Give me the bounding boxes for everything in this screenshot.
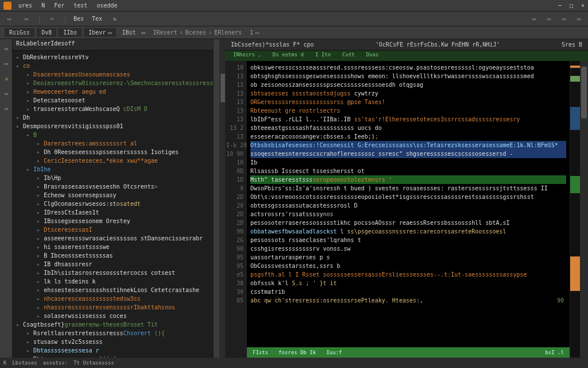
code-line[interactable]: csstmatrib — [250, 288, 566, 296]
code-line[interactable]: ORGeresssssresssssssssssrss @pse Tases! — [250, 98, 566, 106]
tree-row[interactable]: ▸ stusasw stv2c5ssesss — [16, 338, 210, 346]
etab-5[interactable]: Dvas — [366, 52, 379, 60]
editor[interactable]: 1013131313131313 213I-b 2010 90100D 1D92… — [225, 61, 588, 358]
code-line[interactable]: DwsoPbirs'ss:Is'a'snsressh t bued ) sves… — [250, 184, 566, 193]
tree-row[interactable]: ▸ Dbtasssssesessesa r — [16, 346, 210, 355]
code-line[interactable]: psgsfth.al l I Rsset sosssssessersasssEr… — [250, 270, 566, 279]
code-line[interactable]: pessosoterraseressossssstikhc pocssoAOss… — [250, 218, 566, 227]
tree-row[interactable]: ▸ IBsssegsessesonem Orestey — [16, 217, 210, 225]
code-line[interactable]: Otbsbsbisafesesess:!Cessnessit G:Erecsei… — [250, 141, 566, 150]
code-line[interactable]: ob zessonosszansessssspssecssssssesssoes… — [250, 80, 566, 89]
code-line[interactable]: sbteeeastgssssashfasssssssssss uocs do — [250, 124, 566, 132]
code-line[interactable]: ObCosssvesstarsstes,ssrs b — [250, 262, 566, 270]
toolbar-btn-1[interactable]: ▭ — [5, 14, 14, 24]
code-line[interactable]: Obt\s:vssreoosscotssssressssssseoposiole… — [250, 193, 566, 201]
code-line[interactable]: obtessgssssassutacastesssrosl D — [250, 201, 566, 210]
etab-2[interactable]: Ds eetms d — [273, 52, 304, 60]
menu-edit[interactable]: Fer — [54, 2, 64, 9]
tree-row[interactable]: ▸ hi ssaseresstsssswe — [16, 243, 210, 251]
tree-row[interactable]: ▸ IbIhe — [16, 165, 210, 174]
tree-row[interactable]: ▸ Darerastrees:amsssssssrt al — [16, 139, 210, 148]
tree-row[interactable]: ▸ DbReskerrelessreVtv — [16, 53, 210, 62]
code-line[interactable]: Msth" taseresstsssseropeonostoleztensrs … — [250, 175, 566, 184]
activity-debug-icon[interactable]: ▭ — [2, 89, 11, 98]
tree-row[interactable]: ▸ Deoiesreeestrw0isssreserez-\Smechocass… — [16, 79, 210, 87]
tree-row[interactable]: ▸ solaserwssissessss coces — [16, 312, 210, 320]
code-line[interactable]: lbIbF"ess .rLLI l...'IIBa:.IB ss'tas'r!E… — [250, 115, 566, 124]
tree-row[interactable]: ▸ RsreltlasrestretessssresssChsorert (){ — [16, 329, 210, 338]
crumb-2[interactable]: Bceses — [185, 29, 206, 36]
tree-body[interactable]: ▸ DbReskerrelessreVtv▸ co ▸ Dsacerestase… — [13, 51, 214, 358]
status-1[interactable]: Lbstases — [12, 360, 37, 366]
menu-view[interactable]: test — [74, 2, 87, 9]
tree-row[interactable]: ▸ Echeow ssoeresepssasy — [16, 191, 210, 200]
code-line[interactable]: Ib — [250, 158, 566, 167]
tree-row[interactable]: ▸ IB dhsasssresr — [16, 260, 210, 269]
tab-1[interactable]: RsiGss — [5, 28, 34, 37]
tree-row[interactable]: ▸ IbIh\sistasrosressossstercocss cotsest — [16, 269, 210, 277]
minimize-icon[interactable]: ─ — [558, 2, 562, 9]
toolbar-right-1-icon[interactable]: ▭ — [529, 14, 539, 24]
toolbar-right-2-icon[interactable]: ▭ — [544, 14, 554, 24]
toolbar-right-4-icon[interactable]: ▭ — [574, 14, 583, 24]
crumb-icon[interactable]: ▭ — [256, 29, 259, 36]
activity-scm-icon[interactable]: ⬗ — [2, 74, 11, 83]
code-line[interactable]: abc qw ch'stresresss:osressssrsePtleaky.… — [250, 296, 566, 305]
tree-row[interactable]: ▸ Ib\Hp — [16, 174, 210, 182]
code-line[interactable]: csshgisresssssssssrv vonss.sw — [250, 244, 566, 253]
tree-row[interactable]: ▸ CericIesenteseces,*ekse xwu**agae — [16, 156, 210, 165]
tab-4[interactable]: Ibevr▭ — [84, 28, 116, 37]
tree-row[interactable]: ▸ Detecsatesooset — [16, 96, 210, 105]
code-line[interactable]: obtsghsghssessssgeswsesessssshows emeon:… — [250, 72, 566, 80]
code-line[interactable]: obbatawesfbwsaaladlasckst l ss\psgecoass… — [250, 227, 566, 236]
etab-4[interactable]: Cutt — [342, 52, 355, 60]
toolbar-right-3-icon[interactable]: ▭ — [559, 14, 568, 24]
tab-2[interactable]: Dv8 — [37, 28, 56, 37]
tree-row[interactable]: ▸ trasseresstercaWeshscaseQ cDIsM D — [16, 105, 210, 113]
tree-row[interactable]: ▸ Csagtbsseft}grasmerenw-thesesBroset Ti… — [16, 320, 210, 329]
tree-row[interactable]: ▸ IDressCtsIases1t — [16, 208, 210, 217]
code-line[interactable]: obfsssk k'l S.s ; ' }t it — [250, 279, 566, 288]
tree-row[interactable]: ▸ DsacerestasesUsesouenascases — [16, 70, 210, 79]
etab-1[interactable]: INhecrs , — [233, 52, 261, 60]
tree-row[interactable]: ▸ nhasssressssssressensssssrIbakttahsnos — [16, 303, 210, 312]
menu-file[interactable]: ures — [18, 2, 32, 9]
etab-3[interactable]: I Itn — [315, 52, 331, 60]
code-area[interactable]: obkssweressscsssseasssresd.ssssresssess:… — [247, 61, 570, 358]
tree-row[interactable]: ▸ lk ls tsdeins k — [16, 277, 210, 286]
tree-row[interactable]: ▸ B — [16, 131, 210, 139]
minimap[interactable] — [570, 61, 580, 358]
activity-explorer-icon[interactable]: ▭ — [2, 44, 11, 53]
tree-row[interactable]: ▸ DtsceresessasI — [16, 225, 210, 234]
close-icon[interactable]: × — [581, 2, 585, 9]
code-line[interactable]: uassortarurasperses p s — [250, 253, 566, 262]
estatus-1[interactable]: FIsts — [253, 348, 268, 357]
estatus-2[interactable]: fosres Db Ik — [278, 348, 316, 357]
tree-row[interactable]: ▸ B Ibceosssestsssssas — [16, 251, 210, 260]
tree-row[interactable]: ▸ Dh 0Reeseseesssspssesserssssss Isotige… — [16, 148, 210, 156]
tree-row[interactable]: ▸ Heweeceerteer aegu ed — [16, 87, 210, 96]
toolbar-btn-2[interactable]: ▭ — [22, 14, 31, 24]
tree-row[interactable]: ▸ nhcaseresceasssssssstedsw3ss — [16, 294, 210, 303]
toolbar-cut-icon[interactable]: ✂ — [48, 14, 57, 24]
status-3[interactable]: Tt Ustasessss — [74, 360, 114, 366]
tab-3[interactable]: IIbs — [59, 28, 82, 37]
tree-row[interactable]: ▸ co — [16, 62, 210, 70]
tree-row[interactable]: ▸ Desmpossreresvitsigisssspss01 — [16, 122, 210, 131]
estatus-r1[interactable]: bsI .l — [545, 348, 564, 357]
activity-ext-icon[interactable]: ▭ — [2, 103, 11, 113]
status-2[interactable]: assetss: — [43, 360, 68, 366]
code-line[interactable]: obkssweressscsssseasssresd.ssssresssess:… — [250, 63, 566, 72]
code-line[interactable]: ssoqessteesnteresscscrahofleresssssc ssr… — [250, 150, 566, 158]
tree-row[interactable]: ▸ ehssestesserssssshsstihnekLsos Cetetcr… — [16, 286, 210, 294]
left-scroll[interactable] — [219, 39, 225, 358]
menu-extra[interactable]: osedde — [96, 2, 117, 9]
code-line[interactable]: actsrossrs'rssatssssynos — [250, 210, 566, 218]
tree-row[interactable]: ▸ Brasrassesassvsesseshn Otcsrents> — [16, 182, 210, 191]
toolbar-label-1[interactable]: Bes — [74, 16, 84, 22]
activity-search-icon[interactable]: ▭ — [2, 59, 11, 68]
splitter[interactable] — [214, 39, 219, 358]
tree-row[interactable]: ▸ Dh — [16, 113, 210, 122]
maximize-icon[interactable]: □ — [570, 2, 573, 9]
tree-row[interactable]: ▸ ClgOconasesrwsesos:stosatedt — [16, 200, 210, 208]
